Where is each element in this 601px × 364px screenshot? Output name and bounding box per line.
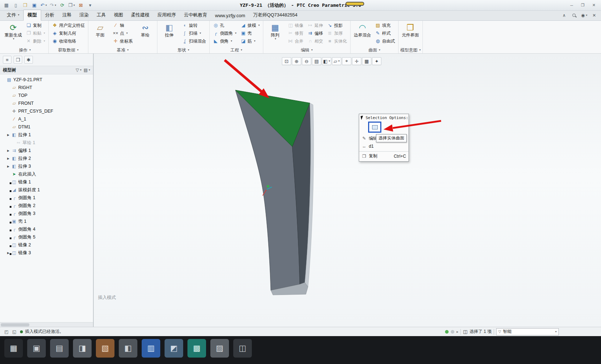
- save-button[interactable]: ▣ ▾: [30, 1, 39, 9]
- tree-display-button[interactable]: ▤ ▾: [84, 68, 90, 73]
- zoom-in-button[interactable]: ⊕ ▾: [292, 57, 301, 65]
- tab-teacher-qq[interactable]: 万老师QQ734482554 ▾: [249, 10, 301, 20]
- expand-status-icon[interactable]: ▸: [456, 330, 458, 334]
- intersect-button[interactable]: ∩ 相交 ▾: [306, 37, 324, 45]
- tree-item[interactable]: ▶ ◫ 镜像 1: [0, 178, 93, 186]
- taskbar-app-2[interactable]: ▤: [50, 339, 69, 358]
- display-style-button[interactable]: ◧ ▾: [322, 57, 331, 65]
- tree-item[interactable]: ▶ ◫ 镜像 3: [0, 249, 93, 257]
- udf-button[interactable]: ❖ 用户定义特征 ▾: [50, 21, 86, 29]
- tree-item[interactable]: ▶ ▤ YZF-9-21.PRT: [0, 76, 93, 84]
- tree-item[interactable]: ▶ ▱ TOP: [0, 92, 93, 99]
- taskbar-app-7[interactable]: ◩: [165, 339, 183, 358]
- tree-item[interactable]: ▶ ⇉ 偏移 1: [0, 147, 93, 154]
- view-manager-button[interactable]: ▦ ▾: [362, 57, 371, 65]
- minimize-button[interactable]: ─: [567, 2, 577, 9]
- expand-icon[interactable]: ▶: [7, 149, 11, 152]
- expand-icon[interactable]: ▶: [7, 133, 11, 137]
- expand-icon[interactable]: ▶: [7, 165, 11, 168]
- graphics-area[interactable]: ⊡ ▾ ⊕ ▾ ⊖ ▾ ▤ ▾: [94, 54, 601, 327]
- tab-yzf-education[interactable]: 云中帆教育 ▾: [180, 10, 211, 20]
- taskbar-start-button[interactable]: ▦: [4, 339, 23, 358]
- chamfer-button[interactable]: ◣ 倒角 ▾: [211, 37, 238, 45]
- draft-button[interactable]: ◢ 拔模 ▾: [239, 21, 261, 29]
- windows-button[interactable]: ❐ ▾: [67, 1, 76, 9]
- datum-plane-button[interactable]: ▱ 平面 ▾: [90, 21, 110, 38]
- tree-item[interactable]: ▶ ╭ 倒圆角 4: [0, 225, 93, 233]
- datum-axis-button[interactable]: ∕ 轴 ▾: [111, 21, 134, 29]
- tab-applications[interactable]: 应用程序 ▾: [153, 10, 180, 20]
- tab-yzf-site[interactable]: www.yzfjy.com ▾: [211, 11, 249, 20]
- datum-point-button[interactable]: ×× 点 ▾: [111, 29, 134, 37]
- taskbar-app-1[interactable]: ▣: [27, 339, 46, 358]
- tools-button[interactable]: ✦ ▾: [372, 57, 381, 65]
- mirror-button[interactable]: ◫ 镜像 ▾: [286, 21, 305, 29]
- open-button[interactable]: ❒ ▾: [21, 1, 29, 9]
- tree-item[interactable]: ▶ ∾ 草绘 1: [0, 139, 93, 147]
- tree-item[interactable]: ▶ ╭ 倒圆角 2: [0, 202, 93, 210]
- tree-item[interactable]: ▶ ╭ 倒圆角 5: [0, 233, 93, 241]
- taskbar-app-3[interactable]: ◨: [73, 339, 92, 358]
- repaint-button[interactable]: ▤ ▾: [312, 57, 321, 65]
- extend-button[interactable]: ↦ 延伸 ▾: [306, 21, 324, 29]
- taskbar-app-6[interactable]: ▥: [142, 339, 160, 358]
- tree-item[interactable]: ▶ ◧ 拉伸 3: [0, 162, 93, 170]
- taskbar-app-4[interactable]: ▧: [96, 339, 114, 358]
- tab-render[interactable]: 渲染 ▾: [75, 10, 93, 20]
- undo-button[interactable]: ↶ ▾: [39, 1, 48, 9]
- datum-display-button[interactable]: ▱ ▾: [332, 57, 341, 65]
- selection-filter-combobox[interactable]: ▽ 智能 ▾: [496, 328, 559, 335]
- sweep-button[interactable]: ʃ 扫描 ▾: [180, 29, 207, 37]
- close-button[interactable]: ✕: [589, 2, 599, 9]
- minimize-ribbon-button[interactable]: ∧ ▾: [560, 12, 568, 19]
- ribbon-group-label-shapes[interactable]: 形状▾: [159, 47, 207, 53]
- zoom-fit-button[interactable]: ⊡ ▾: [282, 57, 291, 65]
- tree-item[interactable]: ▶ ◫ 镜像 2: [0, 241, 93, 249]
- zoom-out-button[interactable]: ⊖ ▾: [302, 57, 311, 65]
- tree-item[interactable]: ▶ ▣ 壳 1: [0, 217, 93, 225]
- hole-button[interactable]: ◎ 孔 ▾: [211, 21, 238, 29]
- tree-item[interactable]: ▶ ╭ 倒圆角 3: [0, 210, 93, 217]
- tree-item[interactable]: ▶ ◢ 拔模斜度 1: [0, 186, 93, 194]
- sketch-button[interactable]: ∾ 草绘 ▾: [135, 21, 155, 38]
- maximize-button[interactable]: ❐: [578, 2, 588, 9]
- search-button[interactable]: ▾: [570, 12, 578, 19]
- toggle-browser-button[interactable]: ◱: [11, 329, 18, 335]
- customize-button[interactable]: ▾ ▾: [86, 1, 94, 9]
- select-solid-surface-button[interactable]: [368, 122, 381, 133]
- taskbar-app-5[interactable]: ◧: [119, 339, 137, 358]
- tab-annotate[interactable]: 注释 ▾: [58, 10, 75, 20]
- tree-item[interactable]: ▶ ∕ A_1: [0, 115, 93, 123]
- tree-item[interactable]: ▶ ◧ 拉伸 2: [0, 154, 93, 162]
- window-style-button[interactable]: ▦ ▾: [2, 1, 11, 9]
- tree-item[interactable]: ▶ ▱ DTM1: [0, 123, 93, 131]
- copy-geometry-button[interactable]: ◈ 复制几何 ▾: [50, 29, 86, 37]
- taskbar-app-9[interactable]: ▨: [210, 339, 229, 358]
- tree-filter-button[interactable]: ▽ ▾: [75, 68, 81, 73]
- shell-button[interactable]: ▣ 壳 ▾: [239, 29, 261, 37]
- revolve-button[interactable]: ◖ 旋转 ▾: [180, 21, 207, 29]
- freestyle-button[interactable]: ◍ 自由式 ▾: [373, 37, 396, 45]
- ribbon-group-label-operations[interactable]: 操作▾: [3, 47, 47, 53]
- ribbon-group-label-editing[interactable]: 编辑▾: [265, 47, 348, 53]
- merge-button[interactable]: ⋈ 合并 ▾: [286, 37, 305, 45]
- close-ribbon-button[interactable]: ✕ ▾: [590, 12, 598, 19]
- spin-center-button[interactable]: ✛ ▾: [352, 57, 361, 65]
- display-filter-button[interactable]: ◉ ▾: [580, 12, 588, 19]
- tab-view[interactable]: 视图 ▾: [110, 10, 127, 20]
- tree-horizontal-scrollbar[interactable]: [0, 322, 93, 327]
- folder-browser-button[interactable]: ❒: [14, 56, 22, 64]
- favorites-button[interactable]: ✱: [24, 56, 33, 64]
- component-interface-button[interactable]: ❒ 元件界面 ▾: [400, 21, 420, 38]
- boundary-blend-button[interactable]: ◠ 边界混合 ▾: [352, 21, 372, 38]
- offset-button[interactable]: ⇉ 偏移 ▾: [306, 29, 324, 37]
- expand-icon[interactable]: ▶: [7, 157, 11, 160]
- tab-model[interactable]: 模型 ▾: [23, 10, 41, 21]
- tree-item[interactable]: ▶ ╭ 倒圆角 1: [0, 194, 93, 202]
- extrude-button[interactable]: ◧ 拉伸 ▾: [159, 21, 179, 38]
- datum-csys-button[interactable]: ✛ 坐标系 ▾: [111, 37, 134, 45]
- taskbar-app-8[interactable]: ▩: [187, 339, 206, 358]
- tree-item[interactable]: ▶ ➤ 在此插入: [0, 170, 93, 178]
- trim-button[interactable]: ✂ 修剪 ▾: [286, 29, 305, 37]
- new-button[interactable]: ▯ ▾: [11, 1, 20, 9]
